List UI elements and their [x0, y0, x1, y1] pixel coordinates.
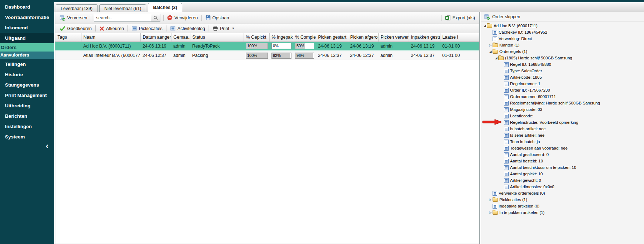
tree-item[interactable]: Verwerking: Direct: [481, 35, 644, 42]
tree-item[interactable]: Regelomschrijving: Harde schijf 500GB Sa…: [481, 100, 644, 106]
column-header-tags[interactable]: Tags: [55, 33, 81, 42]
column-header-ingepakt[interactable]: % Ingepakt: [269, 33, 293, 42]
expand-toggle[interactable]: ◢: [488, 48, 493, 55]
reject-button[interactable]: Afkeuren: [97, 25, 126, 32]
expand-toggle[interactable]: ▷: [488, 209, 493, 216]
tab-niet-leverbaar-61[interactable]: Niet leverbaar (61): [99, 4, 146, 12]
document-icon: [504, 101, 509, 106]
sidebar-item-tellingen[interactable]: Tellingen: [0, 59, 54, 69]
approve-button[interactable]: Goedkeuren: [58, 25, 94, 32]
tree-item[interactable]: Toon in batch: ja: [481, 138, 644, 145]
column-header-inpakken-gestart[interactable]: Inpakken gestart: [409, 33, 440, 42]
tree-item-label: Verwerking: Direct: [499, 36, 532, 41]
tree-item-label: Toegewezen aan voorraad: nee: [510, 146, 568, 150]
column-header-status[interactable]: Status: [190, 33, 244, 42]
expand-toggle[interactable]: ▷: [488, 196, 493, 203]
sidebar-item-orders[interactable]: Orders: [0, 43, 54, 52]
tree-item[interactable]: Type: SalesOrder: [481, 68, 644, 74]
tree-item-label: Type: SalesOrder: [510, 69, 542, 73]
sidebar-item-uitbreiding[interactable]: Uitbreiding: [0, 101, 54, 111]
chevron-down-icon: ▼: [232, 27, 235, 30]
delete-button[interactable]: Verwijderen: [165, 14, 200, 21]
tree-item[interactable]: Artikel dimensies: 0x0x0: [481, 184, 644, 190]
sidebar-item-berichten[interactable]: Berichten: [0, 111, 54, 121]
tree-item[interactable]: Regelnummer: 1: [481, 80, 644, 87]
table-row[interactable]: Atlas Interieur B.V. (60001777)24-06 12:…: [55, 51, 480, 60]
sidebar-item-instellingen[interactable]: Instellingen: [0, 121, 54, 132]
expand-toggle[interactable]: ▷: [488, 42, 493, 48]
document-icon: [504, 165, 509, 170]
column-header-gemaa[interactable]: Gemaa...: [171, 33, 190, 42]
tree-item[interactable]: Aantal gealloceerd: 0: [481, 151, 644, 158]
tree-item[interactable]: Aantal besteld: 10: [481, 158, 644, 164]
sidebar-item-inkomend[interactable]: Inkomend: [0, 23, 54, 33]
cross-icon: [99, 26, 104, 31]
tab-batches-2[interactable]: Batches (2): [148, 3, 182, 12]
tree-item[interactable]: Artikelcode: 1805: [481, 74, 644, 80]
tree-item[interactable]: ◢Orderregels (1): [481, 48, 644, 55]
sidebar-item-historie[interactable]: Historie: [0, 69, 54, 80]
document-icon: [504, 94, 509, 99]
sidebar-item-stamgegevens[interactable]: Stamgegevens: [0, 80, 54, 90]
sidebar-item-print-management[interactable]: Print Management: [0, 90, 54, 101]
sidebar-item-systeem[interactable]: Systeem: [0, 132, 54, 142]
tree-item[interactable]: Is serie artikel: nee: [481, 132, 644, 138]
activitylog-button[interactable]: Activiteitenlog: [168, 25, 207, 32]
tree-item[interactable]: Aantal gepickt: 10: [481, 171, 644, 177]
tree-item[interactable]: ◢(1805) Harde schijf 500GB Samsung: [481, 55, 644, 61]
tree-item[interactable]: Cachekey ID: 1867454952: [481, 29, 644, 35]
save-button[interactable]: Opslaan: [203, 14, 231, 21]
refresh-button[interactable]: Verversen: [58, 14, 89, 21]
document-icon: [504, 114, 509, 118]
tree-item[interactable]: ▷Klanten (1): [481, 42, 644, 48]
sidebar-item-uitgaand[interactable]: Uitgaand: [0, 33, 54, 43]
sidebar-item-aanvulorders[interactable]: Aanvulorders: [0, 52, 54, 59]
cell-ingepakt: 92%: [269, 51, 293, 60]
tree-item[interactable]: Is batch artikel: nee: [481, 126, 644, 132]
tree-item[interactable]: Verwerkte orderregels (0): [481, 190, 644, 196]
tab-leverbaar-139[interactable]: Leverbaar (139): [56, 4, 98, 12]
table-row[interactable]: Ad Hoc B.V. (60001711)24-06 13:19adminRe…: [55, 42, 480, 51]
search-input[interactable]: [94, 15, 151, 21]
export-button[interactable]: Export (xls): [443, 14, 477, 21]
search-icon[interactable]: [151, 14, 160, 21]
print-button[interactable]: Print ▼: [210, 25, 237, 32]
tree-item[interactable]: Locatiecode:: [481, 113, 644, 119]
column-header-naam[interactable]: Naam: [81, 33, 140, 42]
folder-icon: [487, 24, 492, 28]
floppy-icon: [205, 15, 211, 20]
tree-item[interactable]: Regel ID: 1568545880: [481, 61, 644, 68]
progress-label: 50%: [296, 43, 304, 49]
table-header-row: TagsNaamDatum aangem...Gemaa...Status% G…: [55, 33, 480, 42]
sidebar-item-dashboard[interactable]: Dashboard: [0, 2, 54, 12]
column-header-compleet[interactable]: % Compleet: [293, 33, 316, 42]
column-header-picken-afgerond[interactable]: Picken afgerond: [348, 33, 378, 42]
column-header-datum-aangem[interactable]: Datum aangem...: [140, 33, 171, 42]
sidebar-item-voorraadinformatie[interactable]: Voorraadinformatie: [0, 12, 54, 23]
tree-item[interactable]: Regelinstructie: Voorbeeld opmerking: [481, 119, 644, 126]
tree-item[interactable]: ▷In te pakken artikelen (1): [481, 209, 644, 216]
picklocations-button[interactable]: Picklocaties: [129, 25, 165, 32]
tree-item[interactable]: Artikel gewicht: 0: [481, 177, 644, 184]
tree-item[interactable]: Aantal beschikbaar om te picken: 10: [481, 164, 644, 171]
tree-item[interactable]: Magazijncode: 03: [481, 106, 644, 113]
column-header-picken-gestart[interactable]: Picken gestart: [316, 33, 348, 42]
expand-toggle[interactable]: ◢: [483, 23, 487, 29]
tree-item[interactable]: ▷Picklocaties (1): [481, 196, 644, 203]
sidebar-collapse-button[interactable]: ‹: [46, 142, 49, 150]
tree-item[interactable]: Order ID: -175667230: [481, 87, 644, 93]
progress-label: 0%: [273, 43, 279, 49]
tree-item-label: Aantal besteld: 10: [510, 159, 543, 163]
column-header-picken-verwerkt[interactable]: Picken verwerkt ...: [378, 33, 409, 42]
tree-item[interactable]: ◢Ad Hoc B.V. (60001711): [481, 23, 644, 29]
cell-status: Packing: [190, 51, 244, 60]
tree-item-label: Aantal beschikbaar om te picken: 10: [510, 165, 576, 170]
tree-item[interactable]: Ordernummer: 60001711: [481, 93, 644, 100]
column-header-gepickt[interactable]: % Gepickt: [244, 33, 269, 42]
tree-item[interactable]: Toegewezen aan voorraad: nee: [481, 145, 644, 151]
column-header-laatse-i[interactable]: Laatse i: [440, 33, 480, 42]
order-skip-button[interactable]: Order skippen: [481, 12, 644, 22]
tree-item[interactable]: Ingepakte artikelen (0): [481, 203, 644, 209]
expand-toggle[interactable]: ◢: [494, 55, 498, 61]
annotation-arrow: [482, 119, 503, 125]
